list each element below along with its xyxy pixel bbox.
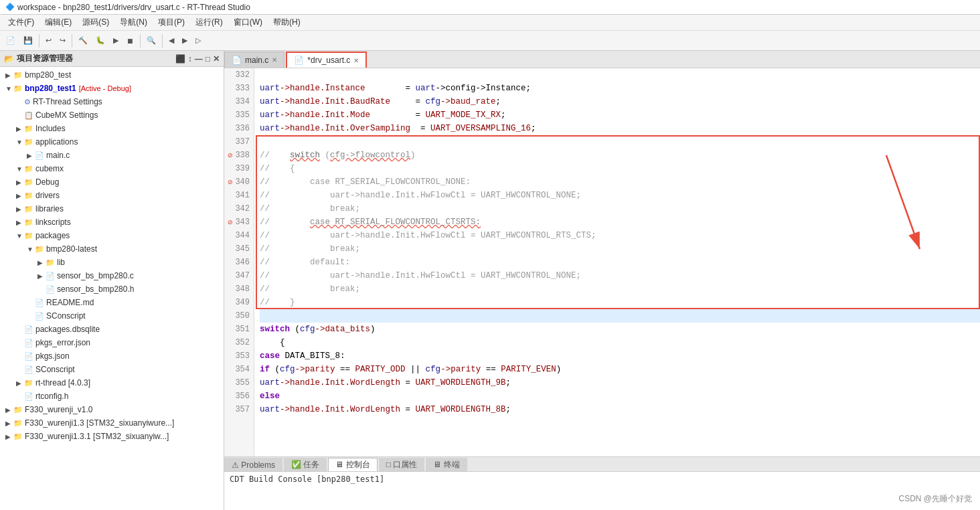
code-line-342[interactable]: // break; <box>260 202 980 216</box>
menu-item-导航(N)[interactable]: 导航(N) <box>114 15 153 29</box>
tree-item-6[interactable]: ▶📄main.c <box>0 149 224 162</box>
code-line-350[interactable] <box>260 309 980 323</box>
menu-item-源码(S)[interactable]: 源码(S) <box>77 15 114 29</box>
tree-item-26[interactable]: ▶📁F330_wurenji1.3 [STM32_sixuanyiwure...… <box>0 416 224 430</box>
toolbar-prev[interactable]: ◀ <box>165 34 177 47</box>
tree-item-24[interactable]: 📄rtconfig.h <box>0 390 224 403</box>
tree-item-13[interactable]: ▼📁bmp280-latest <box>0 242 224 256</box>
code-editor[interactable]: 332333334335336337⊘338339⊘340341342⊘3433… <box>224 68 980 456</box>
tree-item-9[interactable]: ▶📁drivers <box>0 189 224 202</box>
bottom-tab-3[interactable]: □ 口属性 <box>379 458 425 471</box>
tree-label: libraries <box>35 204 64 214</box>
tree-item-8[interactable]: ▶📁Debug <box>0 175 224 189</box>
code-line-341[interactable]: // uart->handle.Init.HwFlowCtl = UART_HW… <box>260 189 980 202</box>
code-line-339[interactable]: // { <box>260 162 980 175</box>
code-line-332[interactable] <box>260 68 980 82</box>
toolbar-stop[interactable]: ⏹ <box>123 35 137 47</box>
toolbar-next[interactable]: ▶ <box>179 34 191 47</box>
tree-label: F330_wurenji1.3 [STM32_sixuanyiwure...] <box>25 418 174 428</box>
editor-tab-0[interactable]: 📄main.c✕ <box>224 52 284 68</box>
tree-item-2[interactable]: ⚙RT-Thread Settings <box>0 95 224 108</box>
code-line-335[interactable]: uart->handle.Init.Mode = UART_MODE_TX_RX… <box>260 108 980 122</box>
tree-item-10[interactable]: ▶📁libraries <box>0 202 224 216</box>
toolbar-forward[interactable]: ▷ <box>192 34 204 47</box>
tree-item-7[interactable]: ▼📁cubemx <box>0 162 224 175</box>
tree-item-3[interactable]: 📋CubeMX Settings <box>0 108 224 122</box>
code-line-357[interactable]: uart->handle.Init.WordLength = UART_WORD… <box>260 403 980 416</box>
tree-item-21[interactable]: 📄pkgs.json <box>0 349 224 363</box>
tree-item-20[interactable]: 📄pkgs_error.json <box>0 336 224 349</box>
bottom-tabs: ⚠ Problems✅ 任务🖥 控制台□ 口属性🖥 终端 <box>224 457 980 472</box>
sidebar-minimize-icon[interactable]: — <box>195 54 203 64</box>
tree-item-4[interactable]: ▶📁Includes <box>0 122 224 135</box>
tree-item-14[interactable]: ▶📁lib <box>0 256 224 269</box>
toolbar-new[interactable]: 📄 <box>3 34 19 47</box>
code-line-348[interactable]: // break; <box>260 282 980 296</box>
code-line-351[interactable]: switch (cfg->data_bits) <box>260 323 980 336</box>
tree-label: applications <box>35 137 78 147</box>
bottom-tab-2[interactable]: 🖥 控制台 <box>328 458 377 471</box>
code-line-352[interactable]: { <box>260 336 980 349</box>
tree-item-22[interactable]: 📄SConscript <box>0 363 224 376</box>
menu-item-窗口(W)[interactable]: 窗口(W) <box>228 15 268 29</box>
toolbar-search[interactable]: 🔍 <box>143 34 159 47</box>
code-line-340[interactable]: // case RT_SERIAL_FLOWCONTROL_NONE: <box>260 175 980 189</box>
code-lines[interactable]: uart->handle.Instance = uart->config->In… <box>254 68 980 456</box>
toolbar-debug[interactable]: 🐛 <box>92 34 108 47</box>
toolbar-run[interactable]: ▶ <box>110 34 122 47</box>
toolbar-save[interactable]: 💾 <box>20 34 36 47</box>
code-line-344[interactable]: // uart->handle.Init.HwFlowCtl = UART_HW… <box>260 229 980 242</box>
sidebar-sync-icon[interactable]: ↕ <box>188 54 192 64</box>
tree-item-23[interactable]: ▶📁rt-thread [4.0.3] <box>0 376 224 390</box>
bottom-tab-1[interactable]: ✅ 任务 <box>284 458 327 471</box>
menu-item-编辑(E)[interactable]: 编辑(E) <box>39 15 77 29</box>
code-line-345[interactable]: // break; <box>260 242 980 256</box>
tree-arrow: ▶ <box>5 420 13 427</box>
code-line-355[interactable]: uart->handle.Init.WordLength = UART_WORD… <box>260 376 980 390</box>
tree-item-25[interactable]: ▶📁F330_wurenji_v1.0 <box>0 403 224 416</box>
tree-label: bmp280_test <box>25 70 71 80</box>
menu-item-帮助(H)[interactable]: 帮助(H) <box>268 15 306 29</box>
toolbar-build[interactable]: 🔨 <box>75 34 91 47</box>
toolbar-undo[interactable]: ↩ <box>42 34 55 47</box>
code-line-334[interactable]: uart->handle.Init.BaudRate = cfg->baud_r… <box>260 95 980 108</box>
tree-item-15[interactable]: ▶📄sensor_bs_bmp280.c <box>0 269 224 282</box>
tree-item-12[interactable]: ▼📁packages <box>0 229 224 242</box>
code-line-349[interactable]: // } <box>260 296 980 309</box>
code-line-353[interactable]: case DATA_BITS_8: <box>260 349 980 363</box>
tree-item-16[interactable]: 📄sensor_bs_bmp280.h <box>0 282 224 296</box>
sidebar-close-icon[interactable]: ✕ <box>213 54 220 64</box>
menu-item-运行(R)[interactable]: 运行(R) <box>190 15 228 29</box>
sidebar-maximize-icon[interactable]: □ <box>206 54 210 64</box>
line-num-text: 334 <box>235 97 250 106</box>
code-line-343[interactable]: // case RT_SERIAL_FLOWCONTROL_CTSRTS: <box>260 216 980 229</box>
tree-item-0[interactable]: ▶📁bmp280_test <box>0 68 224 82</box>
tree-item-5[interactable]: ▼📁applications <box>0 135 224 149</box>
tree-item-11[interactable]: ▶📁linkscripts <box>0 216 224 229</box>
code-line-337[interactable] <box>260 135 980 149</box>
code-line-336[interactable]: uart->handle.Init.OverSampling = UART_OV… <box>260 122 980 135</box>
sidebar-collapse-icon[interactable]: ⬛ <box>175 54 185 64</box>
bottom-tab-4[interactable]: 🖥 终端 <box>426 458 467 471</box>
code-line-354[interactable]: if (cfg->parity == PARITY_ODD || cfg->pa… <box>260 363 980 376</box>
code-line-346[interactable]: // default: <box>260 256 980 269</box>
menu-item-文件(F)[interactable]: 文件(F) <box>3 15 39 29</box>
tree-item-19[interactable]: 📄packages.dbsqlite <box>0 323 224 336</box>
code-line-356[interactable]: else <box>260 390 980 403</box>
tree-item-27[interactable]: ▶📁F330_wurenji1.3.1 [STM32_sixuanyiw...] <box>0 430 224 443</box>
code-line-333[interactable]: uart->handle.Instance = uart->config->In… <box>260 82 980 95</box>
bottom-tab-0[interactable]: ⚠ Problems <box>224 458 282 471</box>
tab-close[interactable]: ✕ <box>272 56 277 64</box>
line-num-text: 344 <box>235 231 250 240</box>
sidebar-tree[interactable]: ▶📁bmp280_test▼📁bnp280_test1 [Active - De… <box>0 67 224 510</box>
code-line-338[interactable]: // switch (cfg->flowcontrol) <box>260 149 980 162</box>
editor-tab-1[interactable]: 📄*drv_usart.c✕ <box>286 52 367 68</box>
code-line-347[interactable]: // uart->handle.Init.HwFlowCtl = UART_HW… <box>260 269 980 282</box>
tree-file-icon: 📁 <box>24 165 33 173</box>
tree-item-17[interactable]: 📄README.md <box>0 296 224 309</box>
tree-item-1[interactable]: ▼📁bnp280_test1 [Active - Debug] <box>0 82 224 95</box>
tab-close[interactable]: ✕ <box>353 57 359 64</box>
tree-item-18[interactable]: 📄SConscript <box>0 309 224 323</box>
menu-item-项目(P)[interactable]: 项目(P) <box>153 15 190 29</box>
toolbar-redo[interactable]: ↪ <box>56 34 69 47</box>
